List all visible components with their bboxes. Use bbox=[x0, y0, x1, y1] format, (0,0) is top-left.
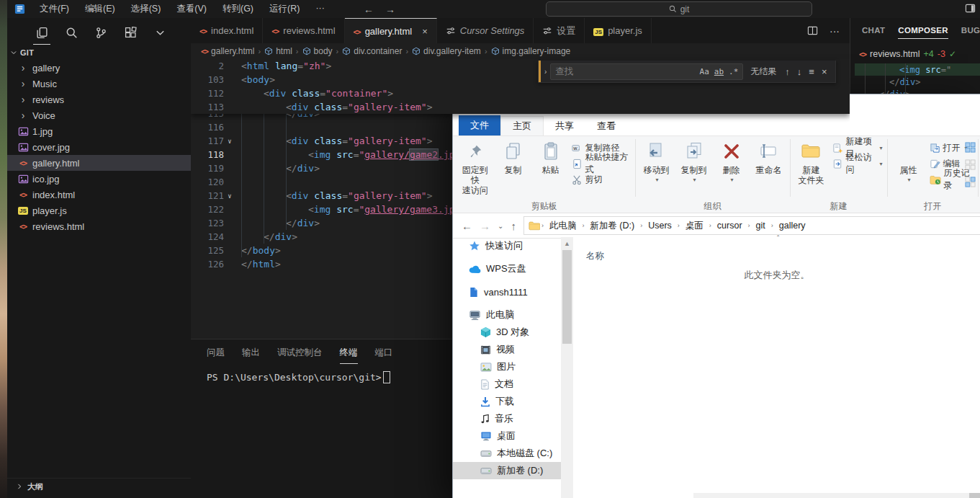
ribbon-button-剪切[interactable]: 剪切 bbox=[570, 172, 633, 187]
ribbon-button-新建文件夹[interactable]: 新建文件夹 bbox=[793, 139, 830, 187]
sidebar-item-gallery.html[interactable]: <>gallery.html bbox=[7, 155, 191, 171]
nav-item-快速访问[interactable]: 快速访问 bbox=[453, 237, 561, 254]
ribbon-tab-文件[interactable]: 文件 bbox=[459, 115, 500, 135]
panel-tab-终端[interactable]: 终端 bbox=[340, 347, 358, 364]
tab-player.js[interactable]: JSplayer.js bbox=[585, 18, 652, 43]
menu-item-5[interactable]: 运行(R) bbox=[265, 1, 304, 17]
source-control-icon[interactable] bbox=[94, 25, 108, 40]
history-back-button[interactable]: ← bbox=[364, 4, 374, 15]
command-search-box[interactable]: git bbox=[546, 1, 812, 17]
ribbon-button-重命名[interactable]: 重命名 bbox=[750, 139, 788, 177]
ribbon-button-属性[interactable]: 属性▾ bbox=[890, 139, 927, 187]
sidebar-item-1.jpg[interactable]: 1.jpg bbox=[7, 123, 191, 139]
menu-item-6[interactable]: ··· bbox=[311, 1, 329, 17]
scroll-up-icon[interactable]: ▲ bbox=[561, 237, 573, 249]
breadcrumb-item-div.gallery-item[interactable]: div.gallery-item bbox=[412, 46, 481, 56]
close-tab-icon[interactable]: × bbox=[422, 26, 428, 37]
history-forward-button[interactable]: → bbox=[385, 4, 395, 15]
sidebar-item-player.js[interactable]: JSplayer.js bbox=[7, 203, 191, 218]
outline-section-header[interactable]: 大纲 bbox=[7, 478, 199, 494]
panel-tab-端口[interactable]: 端口 bbox=[375, 347, 393, 364]
back-icon[interactable]: ← bbox=[462, 220, 472, 232]
tab-gallery.html[interactable]: <>gallery.html× bbox=[345, 18, 437, 43]
nav-item-文档[interactable]: 文档 bbox=[453, 375, 561, 393]
nav-item-本地磁盘 (C:)[interactable]: 本地磁盘 (C:) bbox=[453, 445, 561, 462]
ribbon-button-删除[interactable]: 删除▾ bbox=[713, 139, 750, 187]
ribbon-button-移动到[interactable]: 移动到▾ bbox=[638, 139, 675, 187]
files-icon[interactable] bbox=[35, 25, 49, 40]
fold-chevron-icon[interactable]: ∨ bbox=[224, 192, 235, 200]
explorer-file-list[interactable]: ˆ 名称 此文件夹为空。 bbox=[573, 237, 980, 498]
ribbon-button-粘贴快捷方式[interactable]: 粘贴快捷方式 bbox=[570, 156, 633, 171]
breadcrumb-item-img.gallery-image[interactable]: img.gallery-image bbox=[491, 46, 571, 56]
select-none-icon[interactable] bbox=[965, 159, 976, 170]
ribbon-tab-查看[interactable]: 查看 bbox=[585, 117, 627, 135]
address-crumb-此电脑[interactable]: 此电脑 bbox=[545, 220, 581, 232]
fold-chevron-icon[interactable]: ∨ bbox=[224, 138, 235, 145]
address-crumb-桌面[interactable]: 桌面 bbox=[681, 220, 708, 232]
column-header-name[interactable]: 名称 bbox=[586, 250, 604, 262]
recent-locations-icon[interactable]: ⌄ bbox=[498, 222, 503, 230]
split-editor-icon[interactable] bbox=[807, 25, 818, 36]
sort-ascending-icon[interactable]: ˆ bbox=[777, 235, 779, 243]
tab-Cursor Settings[interactable]: Cursor Settings bbox=[437, 18, 534, 43]
close-find-icon[interactable]: × bbox=[822, 66, 827, 77]
ribbon-button-复制到[interactable]: 复制到▾ bbox=[675, 139, 713, 187]
toggle-replace-icon[interactable]: › bbox=[541, 68, 550, 76]
address-crumb-gallery[interactable]: gallery bbox=[775, 221, 810, 231]
ribbon-button-固定到快速访问[interactable]: 固定到快速访问 bbox=[456, 139, 495, 197]
menu-item-1[interactable]: 编辑(E) bbox=[81, 1, 120, 17]
nav-item-桌面[interactable]: 桌面 bbox=[453, 427, 561, 445]
find-input[interactable]: 查找 Aa ab .* bbox=[550, 63, 743, 80]
address-crumb-Users[interactable]: Users bbox=[644, 221, 676, 231]
sidebar-item-cover.jpg[interactable]: cover.jpg bbox=[7, 139, 191, 155]
nav-item-音乐[interactable]: 音乐 bbox=[453, 410, 561, 427]
breadcrumb-item-html[interactable]: html bbox=[264, 46, 292, 56]
sidebar-item-index.html[interactable]: <>index.html bbox=[7, 187, 191, 203]
forward-icon[interactable]: → bbox=[480, 220, 490, 232]
nav-item-视频[interactable]: 视频 bbox=[453, 341, 561, 358]
ribbon-button-复制[interactable]: 复制 bbox=[495, 139, 532, 177]
breadcrumb-item-gallery.html[interactable]: <>gallery.html bbox=[201, 46, 255, 56]
nav-item-vansh1111[interactable]: vansh1111 bbox=[453, 283, 561, 301]
ribbon-tab-共享[interactable]: 共享 bbox=[544, 117, 585, 135]
panel-tab-输出[interactable]: 输出 bbox=[242, 347, 260, 364]
find-in-selection-icon[interactable]: ≡ bbox=[809, 66, 814, 77]
nav-item-此电脑[interactable]: 此电脑 bbox=[453, 306, 561, 324]
nav-item-3D 对象[interactable]: 3D 对象 bbox=[453, 324, 561, 341]
invert-selection-icon[interactable] bbox=[965, 177, 976, 187]
nav-scrollbar[interactable]: ▲ bbox=[561, 237, 573, 498]
panel-tab-问题[interactable]: 问题 bbox=[207, 347, 225, 364]
ribbon-button-粘贴[interactable]: 粘贴 bbox=[532, 139, 570, 177]
whole-word-icon[interactable]: ab bbox=[714, 67, 724, 76]
nav-item-WPS云盘[interactable]: WPS云盘 bbox=[453, 260, 561, 277]
regex-icon[interactable]: .* bbox=[729, 67, 738, 76]
address-crumb-git[interactable]: git bbox=[752, 221, 770, 231]
find-next-icon[interactable]: ↓ bbox=[797, 66, 802, 77]
more-actions-icon[interactable]: ··· bbox=[830, 25, 840, 37]
chevron-down-icon[interactable] bbox=[153, 25, 167, 40]
search-icon[interactable] bbox=[64, 25, 78, 40]
address-crumb-新加卷 (D:)[interactable]: 新加卷 (D:) bbox=[585, 220, 639, 232]
tab-reviews.html[interactable]: <>reviews.html bbox=[263, 18, 344, 43]
sidebar-item-reviews.html[interactable]: <>reviews.html bbox=[7, 218, 191, 234]
nav-item-新加卷 (D:)[interactable]: 新加卷 (D:) bbox=[453, 462, 561, 479]
ai-tab-COMPOSER[interactable]: COMPOSER bbox=[898, 26, 948, 39]
sidebar-item-Voice[interactable]: ›Voice bbox=[7, 107, 191, 123]
menu-item-2[interactable]: 选择(S) bbox=[127, 1, 166, 17]
horizontal-scrollbar[interactable] bbox=[693, 493, 980, 498]
menu-item-4[interactable]: 转到(G) bbox=[218, 1, 258, 17]
ribbon-button-轻松访问[interactable]: 轻松访问▾ bbox=[830, 156, 885, 171]
explorer-section-header[interactable]: GIT bbox=[7, 45, 191, 60]
accept-check-icon[interactable]: ✓ bbox=[949, 49, 956, 59]
address-breadcrumb[interactable]: ›此电脑›新加卷 (D:)›Users›桌面›cursor›git›galler… bbox=[523, 216, 980, 235]
tab-index.html[interactable]: <>index.html bbox=[191, 18, 263, 43]
diff-file-header[interactable]: <> reviews.html +4 -3 ✓ bbox=[859, 49, 980, 59]
sidebar-item-Music[interactable]: ›Music bbox=[7, 76, 191, 92]
breadcrumb-item-div.container[interactable]: div.container bbox=[342, 46, 402, 56]
ribbon-tab-主页[interactable]: 主页 bbox=[500, 116, 544, 135]
ai-tab-CHAT[interactable]: CHAT bbox=[862, 26, 885, 39]
sidebar-item-ico.jpg[interactable]: ico.jpg bbox=[7, 171, 191, 187]
sidebar-item-gallery[interactable]: ›gallery bbox=[7, 60, 191, 76]
address-crumb-cursor[interactable]: cursor bbox=[713, 221, 747, 231]
